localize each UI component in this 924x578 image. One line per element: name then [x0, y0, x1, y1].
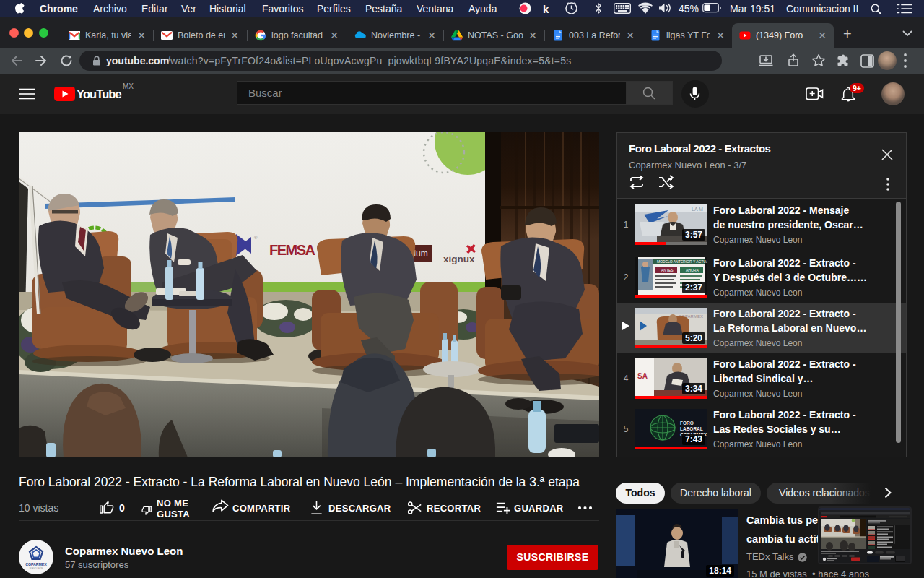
svg-text:SA: SA: [637, 372, 648, 380]
svg-text:LABORAL: LABORAL: [680, 426, 703, 431]
svg-text:NUEVO LEÓN: NUEVO LEÓN: [30, 566, 43, 570]
svg-text:LA M: LA M: [692, 207, 703, 212]
svg-text:ANTES: ANTES: [661, 268, 674, 272]
svg-text:FORO: FORO: [680, 420, 694, 426]
svg-text:xignux: xignux: [443, 254, 475, 264]
svg-text:FEMSA: FEMSA: [269, 242, 315, 258]
svg-text:MODELO ANTERIOR Y ACTUAL: MODELO ANTERIOR Y ACTUAL: [657, 259, 707, 264]
svg-text:COPARMEX: COPARMEX: [25, 562, 47, 566]
svg-text:®: ®: [254, 236, 258, 240]
svg-text:AHORA: AHORA: [686, 268, 699, 272]
